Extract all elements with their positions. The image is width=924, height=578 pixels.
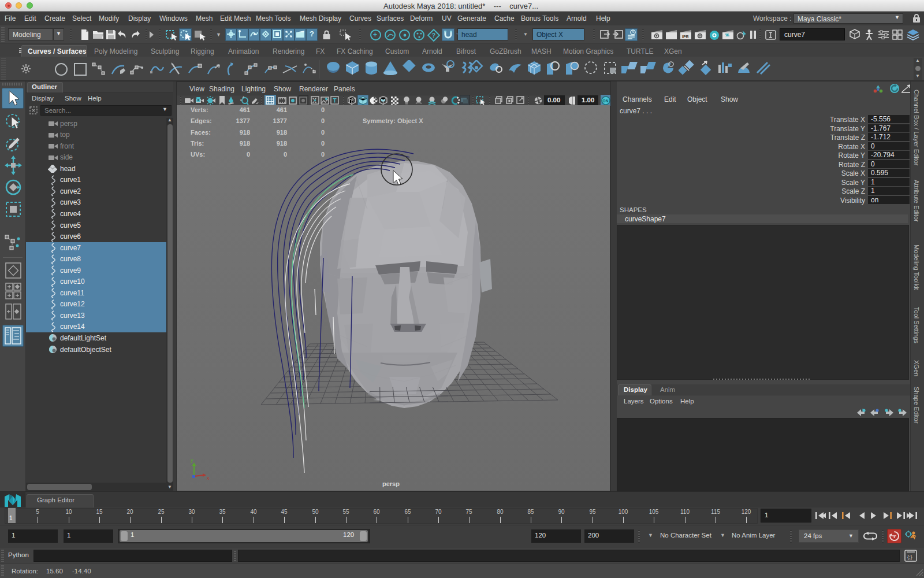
svg-text:?: ? bbox=[432, 32, 436, 39]
svg-text:x: x bbox=[207, 475, 210, 481]
svg-text:ON: ON bbox=[603, 99, 609, 103]
svg-text:IPR: IPR bbox=[682, 35, 689, 39]
svg-text:y: y bbox=[191, 457, 193, 463]
svg-text:{;}: {;} bbox=[907, 554, 912, 560]
